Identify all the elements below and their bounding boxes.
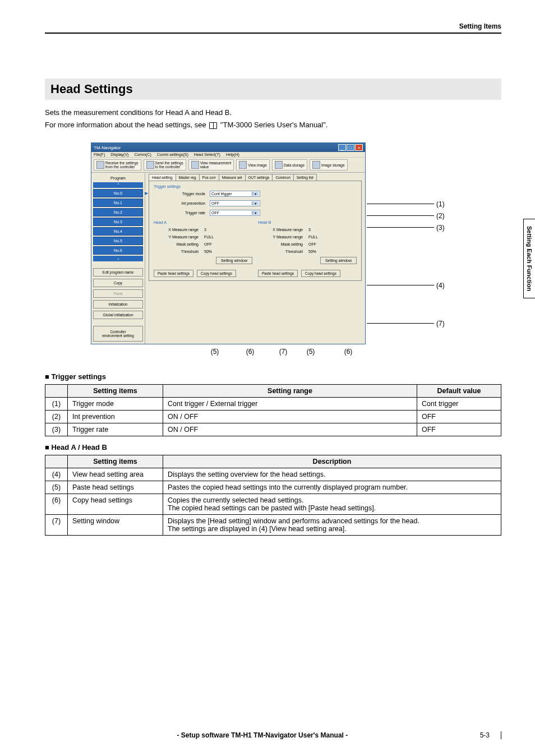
row-range: ON / OFF (163, 423, 417, 436)
view-image-icon (239, 161, 247, 169)
head-b-copy-button[interactable]: Copy head settings (301, 270, 340, 277)
ha-mask-label: Mask setting (154, 242, 204, 246)
callout-7: (7) (436, 320, 445, 328)
view-image-button[interactable]: View image (236, 159, 269, 170)
menu-comm[interactable]: Comm(C) (134, 153, 151, 156)
head-b-setting-window-button[interactable]: Setting window (320, 257, 357, 264)
trigger-legend: Trigger settings (154, 185, 357, 188)
menu-head-select[interactable]: Head Select(T) (194, 153, 220, 156)
data-storage-button[interactable]: Data storage (272, 159, 307, 170)
row-item: Paste head settings (68, 481, 163, 494)
row-desc: Copies the currently selected head setti… (163, 494, 501, 515)
row-desc: Displays the setting overview for the he… (163, 468, 501, 481)
ha-xrange-label: X Measure range (154, 228, 204, 232)
row-idx: (1) (45, 398, 68, 411)
menu-file[interactable]: File(F) (94, 153, 105, 156)
side-tab: Setting Each Function (523, 219, 535, 298)
callout-6a: (6) (229, 348, 271, 356)
image-storage-button[interactable]: Image storage (310, 159, 348, 170)
row-default: OFF (417, 411, 501, 423)
copy-program-button[interactable]: Copy (93, 279, 143, 287)
controller-env-button[interactable]: Controller environment setting (93, 326, 143, 342)
close-button[interactable]: × (355, 144, 363, 151)
titlebar: TM-Navigator _ □ × (91, 143, 365, 152)
footer-page: 5-3 (480, 731, 490, 739)
head-a-setting-window-button[interactable]: Setting window (216, 257, 252, 264)
row-idx: (2) (45, 411, 68, 423)
intro-text: Sets the measurement conditions for Head… (45, 107, 501, 131)
send-settings-button[interactable]: Send the settings to the controller (144, 159, 186, 170)
hb-xrange-value: 3 (308, 228, 336, 232)
chevron-down-icon: ▾ (252, 211, 259, 215)
head-a-copy-button[interactable]: Copy head settings (197, 270, 236, 277)
trigger-rate-select[interactable]: OFF▾ (210, 210, 260, 216)
scroll-up-icon[interactable]: ⌃ (93, 182, 143, 188)
row-idx: (5) (45, 481, 68, 494)
hb-mask-value: OFF (308, 242, 336, 246)
tab-head-setting[interactable]: Head setting (149, 174, 176, 181)
row-item: View head setting area (68, 468, 163, 481)
scroll-down-icon[interactable]: ⌄ (93, 256, 143, 261)
headab-col-desc: Description (163, 455, 501, 468)
maximize-button[interactable]: □ (347, 144, 354, 151)
callout-5b: (5) (295, 348, 326, 356)
head-a-paste-button[interactable]: Paste head settings (154, 270, 193, 277)
row-item: Copy head settings (68, 494, 163, 515)
program-item-6[interactable]: No.6 (93, 246, 143, 255)
callout-3: (3) (436, 224, 445, 232)
program-item-1[interactable]: No.1 (93, 199, 143, 207)
head-b-paste-button[interactable]: Paste head settings (258, 270, 298, 277)
send-icon (146, 161, 154, 169)
menu-help[interactable]: Help(H) (226, 153, 239, 156)
tab-out-settings[interactable]: OUT settings (245, 174, 273, 181)
row-range: ON / OFF (163, 411, 417, 423)
row-idx: (3) (45, 423, 68, 436)
menu-comm-settings[interactable]: Comm settings(S) (157, 153, 188, 156)
receive-settings-button[interactable]: Receive the settings from the controller (94, 159, 141, 170)
tab-common[interactable]: Common (272, 174, 293, 181)
hb-thresh-value: 50% (308, 250, 336, 253)
tabs: Head setting Master reg Pos corr Measure… (149, 174, 362, 181)
data-storage-icon (275, 161, 283, 169)
book-icon (209, 122, 217, 129)
row-item: Int prevention (68, 411, 163, 423)
headab-table: Setting items Description (4) View head … (45, 455, 501, 536)
trigger-mode-select[interactable]: Cont trigger▾ (210, 191, 260, 197)
minimize-button[interactable]: _ (338, 144, 346, 151)
edit-program-name-button[interactable]: Edit program name (93, 268, 143, 276)
tab-setting-list[interactable]: Setting list (293, 174, 317, 181)
initialization-button[interactable]: Initialization (93, 300, 143, 308)
row-desc: Displays the [Head setting] window and p… (163, 515, 501, 536)
int-prevention-select[interactable]: OFF▾ (210, 200, 260, 206)
tab-pos-corr[interactable]: Pos corr (199, 174, 219, 181)
trigger-table: Setting items Setting range Default valu… (45, 384, 501, 436)
program-item-5[interactable]: No.5 (93, 237, 143, 245)
program-item-2[interactable]: No.2 (93, 208, 143, 216)
view-measurement-button[interactable]: View measurement value (188, 159, 234, 170)
ha-thresh-label: Threshold (154, 250, 204, 253)
toolbar: Receive the settings from the controller… (91, 158, 365, 173)
program-item-0[interactable]: No.0 (93, 189, 143, 197)
callout-2: (2) (436, 212, 445, 220)
footer: - Setup software TM-H1 TM-Navigator User… (45, 731, 501, 739)
headab-col-items: Setting items (68, 455, 163, 468)
hb-xrange-label: X Measure range (258, 228, 308, 232)
paste-program-button[interactable]: Paste (93, 289, 143, 298)
header-breadcrumb: Setting Items (45, 22, 501, 30)
tab-measure-set[interactable]: Measure set (219, 174, 246, 181)
table-row: (6) Copy head settings Copies the curren… (45, 494, 501, 515)
menu-display[interactable]: Display(V) (110, 153, 128, 156)
tab-master-reg[interactable]: Master reg (176, 174, 200, 181)
ha-xrange-value: 3 (204, 228, 232, 232)
table-row: (4) View head setting area Displays the … (45, 468, 501, 481)
ha-thresh-value: 50% (204, 250, 232, 253)
program-item-4[interactable]: No.4 (93, 227, 143, 236)
program-label: Program (93, 175, 143, 181)
measurement-icon (191, 161, 199, 169)
program-item-3[interactable]: No.3 (93, 218, 143, 226)
global-initialization-button[interactable]: Global initialization (93, 311, 143, 319)
menubar[interactable]: File(F) Display(V) Comm(C) Comm settings… (91, 152, 365, 158)
callout-4: (4) (436, 282, 445, 289)
row-item: Trigger mode (68, 398, 163, 411)
intro-line1: Sets the measurement conditions for Head… (45, 108, 232, 117)
